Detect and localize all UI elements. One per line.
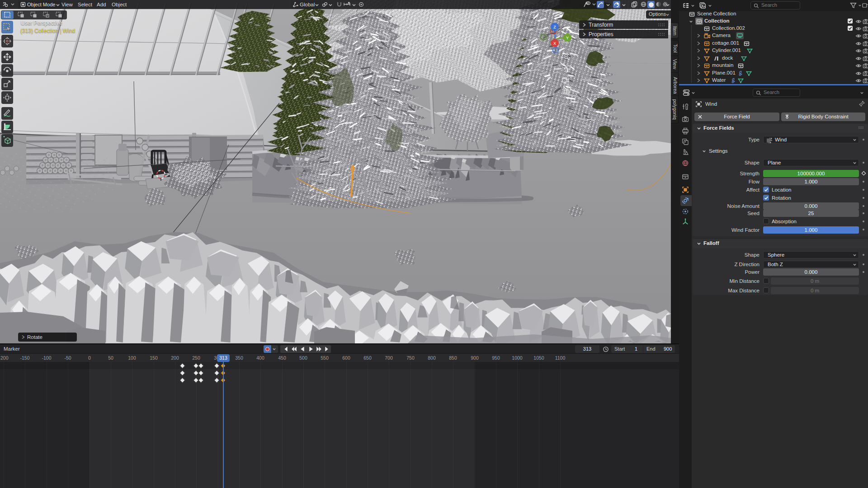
svg-text:Y: Y — [566, 36, 569, 40]
svg-text:X: X — [553, 41, 556, 46]
svg-text:Z: Z — [553, 25, 556, 29]
